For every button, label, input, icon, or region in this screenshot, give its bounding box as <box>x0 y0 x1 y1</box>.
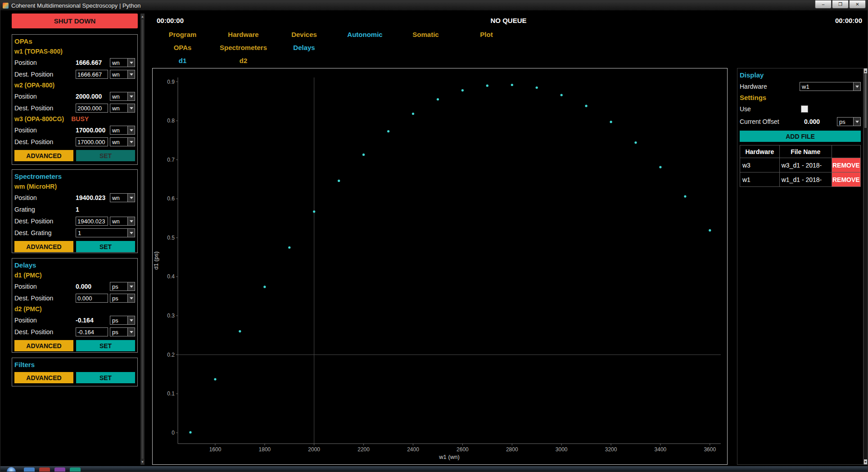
w1-position-value: 1666.667 <box>76 59 108 66</box>
w2-dest-units-combo[interactable]: wn <box>110 104 135 113</box>
w1-units-combo[interactable]: wn <box>110 58 135 67</box>
d2-position-row: Position -0.164 ps <box>14 314 135 326</box>
w2-dest-position-input[interactable] <box>76 104 108 113</box>
chevron-down-icon <box>127 282 135 290</box>
chevron-down-icon <box>127 328 135 336</box>
position-label: Position <box>14 59 76 66</box>
remove-button[interactable]: REMOVE <box>832 172 860 187</box>
delays-set-button[interactable]: SET <box>76 340 135 351</box>
d1-units-combo[interactable]: ps <box>110 282 135 291</box>
display-title: Display <box>740 70 861 80</box>
tab-spectrometers[interactable]: Spectrometers <box>213 44 274 51</box>
w1-dest-position-input[interactable] <box>76 70 108 79</box>
scroll-down-icon[interactable]: ▼ <box>141 459 144 464</box>
svg-text:0.1: 0.1 <box>167 390 175 397</box>
file-name-column-header: File Name <box>779 145 832 158</box>
wm-dest-grating-combo[interactable]: 1 <box>76 228 135 237</box>
delays-advanced-button[interactable]: ADVANCED <box>14 340 73 351</box>
spectrometers-advanced-button[interactable]: ADVANCED <box>14 241 73 252</box>
minimize-button[interactable]: – <box>815 0 832 9</box>
w3-dest-units-combo[interactable]: wn <box>110 137 135 146</box>
tab-plot[interactable]: Plot <box>456 31 517 38</box>
scroll-up-icon[interactable]: ▲ <box>864 68 867 73</box>
tab-d2[interactable]: d2 <box>213 57 274 64</box>
filters-set-button[interactable]: SET <box>76 372 135 383</box>
start-button[interactable] <box>7 467 16 472</box>
remove-button[interactable]: REMOVE <box>832 158 860 172</box>
use-checkbox[interactable] <box>801 105 808 113</box>
dest-position-label: Dest. Position <box>14 218 76 225</box>
tab-devices[interactable]: Devices <box>274 31 335 38</box>
w2-units-combo[interactable]: wn <box>110 92 135 101</box>
d2-dest-position-input[interactable] <box>76 327 108 336</box>
svg-text:0.7: 0.7 <box>167 157 175 163</box>
use-row: Use <box>740 103 861 115</box>
add-file-button[interactable]: ADD FILE <box>740 131 861 142</box>
opas-set-button[interactable]: SET <box>76 150 135 161</box>
taskbar-app-icon[interactable] <box>39 467 50 472</box>
close-button[interactable]: ✕ <box>849 0 866 9</box>
d2-position-value: -0.164 <box>76 317 108 324</box>
use-label: Use <box>740 105 801 113</box>
svg-text:2800: 2800 <box>506 446 518 453</box>
scroll-down-icon[interactable]: ▼ <box>864 459 867 464</box>
hardware-combo[interactable]: w1 <box>800 82 861 91</box>
scrollbar-thumb[interactable] <box>141 19 144 459</box>
dest-position-label: Dest. Position <box>14 295 76 302</box>
sidebar-scrollbar[interactable]: ▲ ▼ <box>140 14 145 465</box>
opas-panel: OPAs w1 (TOPAS-800) Position 1666.667 wn… <box>12 34 138 165</box>
svg-text:0.9: 0.9 <box>167 79 175 85</box>
hardware-label: Hardware <box>740 83 800 90</box>
titlebar: Coherent Multidimensional Spectroscopy |… <box>0 0 868 11</box>
spectrometers-set-button[interactable]: SET <box>76 241 135 252</box>
wm-dest-position-input[interactable] <box>76 217 108 226</box>
d2-units-combo[interactable]: ps <box>110 316 135 325</box>
queue-header: 00:00:00 NO QUEUE 00:00:00 <box>152 14 865 27</box>
svg-text:w1 (wn): w1 (wn) <box>439 454 460 460</box>
scatter-plot[interactable]: 1600180020002200240026002800300032003400… <box>153 68 727 464</box>
table-row: w3 w3_d1 - 2018- REMOVE <box>740 158 861 172</box>
shutdown-button[interactable]: SHUT DOWN <box>12 14 138 28</box>
tab-program[interactable]: Program <box>152 31 213 38</box>
tab-delays[interactable]: Delays <box>274 44 335 51</box>
tab-d1[interactable]: d1 <box>152 57 213 64</box>
svg-text:0.5: 0.5 <box>167 235 175 241</box>
taskbar-app-icon[interactable] <box>54 467 65 472</box>
opas-advanced-button[interactable]: ADVANCED <box>14 150 73 161</box>
filters-advanced-button[interactable]: ADVANCED <box>14 372 73 383</box>
tab-hardware[interactable]: Hardware <box>213 31 274 38</box>
d1-dest-units-combo[interactable]: ps <box>110 294 135 303</box>
wm-units-combo[interactable]: wn <box>110 193 135 202</box>
scroll-up-icon[interactable]: ▲ <box>141 14 144 19</box>
w3-dest-position-input[interactable] <box>76 137 108 146</box>
d2-dest-units-combo[interactable]: ps <box>110 327 135 336</box>
tab-opas[interactable]: OPAs <box>152 44 213 51</box>
tab-autonomic[interactable]: Autonomic <box>335 31 395 38</box>
taskbar-app-icon[interactable] <box>70 467 81 472</box>
position-label: Position <box>14 194 76 201</box>
maximize-button[interactable]: ❐ <box>832 0 849 9</box>
d1-dest-position-input[interactable] <box>76 294 108 303</box>
position-label: Position <box>14 317 76 324</box>
window-controls: – ❐ ✕ <box>814 0 866 9</box>
hardware-name-wm: wm (MicroHR) <box>14 182 135 192</box>
display-panel-scrollbar[interactable]: ▲ ▼ <box>863 68 868 465</box>
w3-units-combo[interactable]: wn <box>110 126 135 135</box>
tab-somatic[interactable]: Somatic <box>395 31 456 38</box>
svg-text:3000: 3000 <box>556 446 568 453</box>
svg-text:1800: 1800 <box>259 446 271 453</box>
offset-units-combo[interactable]: ps <box>837 117 861 126</box>
autonomic-tabs: OPAs Spectrometers Delays <box>152 41 335 54</box>
dest-position-label: Dest. Position <box>14 328 76 336</box>
w2-position-row: Position 2000.000 wn <box>14 91 135 102</box>
w1-dest-units-combo[interactable]: wn <box>110 70 135 79</box>
svg-text:1600: 1600 <box>209 446 222 453</box>
wm-dest-units-combo[interactable]: wn <box>110 217 135 226</box>
opas-panel-title: OPAs <box>14 36 135 46</box>
scrollbar-thumb[interactable] <box>864 74 867 128</box>
hardware-name-w3: w3 (OPA-800CG) BUSY <box>14 114 135 124</box>
chevron-down-icon <box>853 82 860 91</box>
taskbar-app-icon[interactable] <box>24 467 35 472</box>
plot-area[interactable]: 1600180020002200240026002800300032003400… <box>152 68 728 465</box>
hardware-name-d1: d1 (PMC) <box>14 270 135 281</box>
